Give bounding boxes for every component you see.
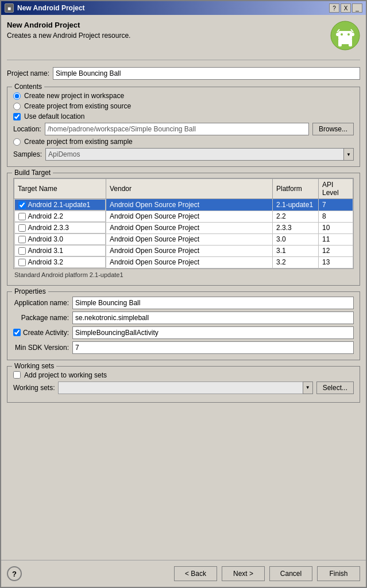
col-platform: Platform: [273, 179, 319, 199]
table-row[interactable]: Android 3.2 Android Open Source Project …: [14, 256, 353, 268]
use-default-location-checkbox[interactable]: [13, 113, 21, 120]
radio-create-existing[interactable]: [13, 103, 21, 110]
target-checkbox-2[interactable]: [18, 224, 26, 232]
vendor-cell: Android Open Source Project: [106, 222, 273, 233]
working-sets-selector-row: Working sets: ▼ Select...: [13, 381, 354, 394]
radio-create-sample[interactable]: [13, 138, 21, 146]
content-area: New Android Project Creates a new Androi…: [1, 15, 366, 560]
title-bar-left: ■ New Android Project: [5, 3, 85, 13]
target-checkbox-5[interactable]: [18, 259, 26, 266]
platform-cell: 3.0: [273, 233, 319, 245]
app-name-input[interactable]: [72, 297, 354, 309]
help-button[interactable]: ?: [329, 3, 339, 13]
samples-input[interactable]: [45, 148, 354, 161]
android-logo: [330, 21, 360, 50]
target-checkbox-3[interactable]: [18, 236, 26, 243]
min-sdk-input[interactable]: [72, 341, 354, 354]
package-name-input[interactable]: [72, 311, 354, 324]
properties-group: Properties Application name: Package nam…: [7, 291, 360, 360]
title-controls: ? X _: [329, 3, 362, 13]
svg-point-9: [336, 33, 339, 36]
svg-rect-8: [338, 40, 352, 44]
project-name-row: Project name:: [7, 67, 360, 80]
samples-dropdown-arrow[interactable]: ▼: [343, 148, 354, 161]
radio-create-sample-row: Create project from existing sample: [13, 138, 354, 146]
build-target-table: Target Name Vendor Platform API Level An…: [14, 178, 353, 268]
api-cell: 13: [319, 256, 353, 268]
target-name-cell: Android 3.2: [14, 256, 106, 268]
svg-point-10: [351, 33, 354, 36]
location-input[interactable]: [45, 123, 309, 135]
radio-create-new-label[interactable]: Create new project in workspace: [24, 92, 124, 100]
radio-create-existing-row: Create project from existing source: [13, 102, 354, 110]
project-name-input[interactable]: [53, 67, 360, 80]
table-row[interactable]: Android 2.2 Android Open Source Project …: [14, 211, 353, 222]
target-name-cell: Android 2.1-update1: [14, 199, 106, 211]
api-cell: 11: [319, 233, 353, 245]
radio-create-sample-label[interactable]: Create project from existing sample: [24, 138, 133, 146]
package-name-label: Package name:: [13, 314, 69, 322]
location-row: Location: Browse...: [13, 123, 354, 135]
add-to-working-sets-checkbox[interactable]: [13, 371, 21, 379]
target-checkbox-4[interactable]: [18, 247, 26, 255]
contents-group-title: Contents: [12, 83, 44, 91]
finish-button[interactable]: Finish: [317, 566, 360, 581]
working-sets-group: Working sets Add project to working sets…: [7, 366, 360, 403]
use-default-location-row: Use default location: [13, 112, 354, 120]
add-to-working-sets-label[interactable]: Add project to working sets: [24, 371, 107, 379]
properties-grid: Application name: Package name: Create A…: [13, 297, 354, 354]
working-sets-label: Working sets:: [13, 384, 55, 392]
table-row[interactable]: Android 2.3.3 Android Open Source Projec…: [14, 222, 353, 233]
create-activity-checkbox[interactable]: [13, 329, 21, 336]
browse-button[interactable]: Browse...: [312, 123, 354, 135]
create-activity-input[interactable]: [72, 326, 354, 339]
properties-group-title: Properties: [12, 287, 48, 295]
vendor-cell: Android Open Source Project: [106, 211, 273, 222]
title-bar: ■ New Android Project ? X _: [1, 1, 366, 15]
help-icon[interactable]: ?: [7, 566, 22, 581]
target-checkbox-1[interactable]: [18, 213, 26, 220]
api-cell: 12: [319, 245, 353, 256]
radio-create-existing-label[interactable]: Create project from existing source: [24, 102, 131, 110]
target-name-text: Android 3.2: [28, 258, 63, 266]
api-cell: 7: [319, 199, 353, 211]
build-target-status: Standard Android platform 2.1-update1: [13, 269, 354, 279]
platform-cell: 2.2: [273, 211, 319, 222]
window-icon: ■: [5, 3, 14, 13]
target-name-cell: Android 3.1: [14, 245, 106, 256]
samples-dropdown-wrapper: ▼: [45, 148, 354, 161]
col-target-name: Target Name: [14, 179, 106, 199]
vendor-cell: Android Open Source Project: [106, 199, 273, 211]
target-name-cell: Android 2.2: [14, 211, 106, 222]
build-target-title: Build Target: [12, 169, 53, 177]
button-spacer: [26, 566, 169, 581]
spacer: [7, 408, 360, 555]
target-name-cell: Android 2.3.3: [14, 222, 106, 233]
target-name-text: Android 3.0: [28, 235, 63, 243]
min-sdk-label: Min SDK Version:: [13, 344, 69, 352]
working-sets-dropdown-arrow[interactable]: ▼: [303, 381, 313, 394]
svg-rect-1: [338, 31, 352, 40]
minimize-button[interactable]: _: [352, 3, 362, 13]
cancel-button[interactable]: Cancel: [269, 566, 312, 581]
working-sets-input[interactable]: [58, 381, 312, 394]
vendor-cell: Android Open Source Project: [106, 245, 273, 256]
api-cell: 8: [319, 211, 353, 222]
use-default-location-label[interactable]: Use default location: [24, 112, 84, 120]
platform-cell: 2.3.3: [273, 222, 319, 233]
select-button[interactable]: Select...: [316, 381, 354, 394]
radio-create-new-row: Create new project in workspace: [13, 92, 354, 100]
close-button[interactable]: X: [341, 3, 351, 13]
target-checkbox-0[interactable]: [18, 201, 26, 209]
back-button[interactable]: < Back: [174, 566, 217, 581]
next-button[interactable]: Next >: [222, 566, 265, 581]
table-row[interactable]: Android 3.0 Android Open Source Project …: [14, 233, 353, 245]
table-row[interactable]: Android 2.1-update1 Android Open Source …: [14, 199, 353, 211]
table-row[interactable]: Android 3.1 Android Open Source Project …: [14, 245, 353, 256]
col-vendor: Vendor: [106, 179, 273, 199]
vendor-cell: Android Open Source Project: [106, 233, 273, 245]
radio-create-new[interactable]: [13, 92, 21, 100]
header-text: New Android Project Creates a new Androi…: [7, 21, 130, 40]
window-title: New Android Project: [17, 4, 85, 12]
create-activity-label[interactable]: Create Activity:: [23, 329, 69, 337]
